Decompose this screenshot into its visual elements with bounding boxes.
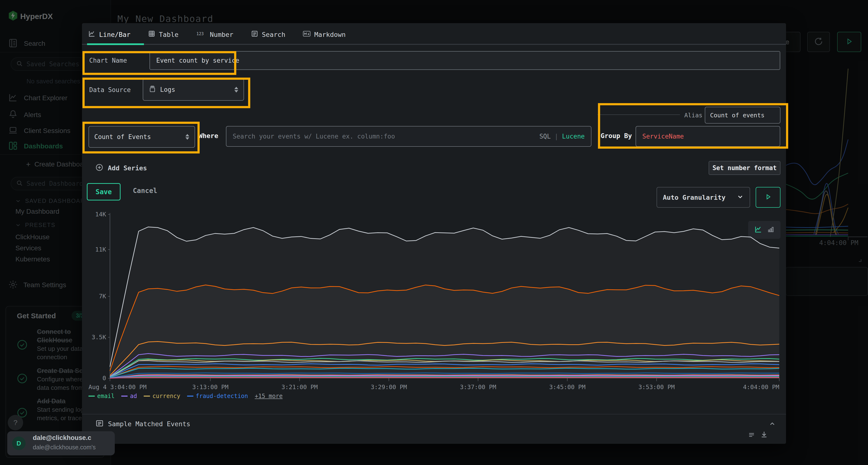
legend-dash [121, 396, 128, 397]
x-axis-tick-label: 3:45:00 PM [549, 384, 586, 391]
svg-text:123: 123 [196, 31, 204, 36]
granularity-select[interactable]: Auto Granularity [656, 187, 750, 208]
chart-name-input[interactable] [150, 51, 780, 70]
doc-list-icon [95, 419, 104, 428]
where-placeholder: Search your events w/ Lucene ex. column:… [233, 133, 395, 140]
save-button[interactable]: Save [87, 183, 121, 200]
y-axis-tick-label: 7K [92, 293, 106, 300]
table-icon [148, 30, 156, 39]
legend-more-link[interactable]: +15 more [255, 393, 283, 399]
annotation-data-source [83, 77, 250, 108]
where-input[interactable]: Search your events w/ Lucene ex. column:… [226, 126, 591, 147]
chart-legend: emailadcurrencyfraud-detection+15 more [89, 393, 283, 399]
add-series-button[interactable]: Add Series [95, 163, 147, 172]
legend-label: ad [130, 393, 137, 399]
number-123-icon: 123 [196, 30, 207, 39]
y-axis-tick-label: 3.5K [92, 334, 106, 341]
tabs-divider [82, 44, 786, 45]
annotation-aggregation [83, 122, 199, 154]
x-axis-tick-label: 3:53:00 PM [639, 384, 675, 391]
collapse-chevron-up-icon[interactable] [769, 420, 776, 428]
x-axis-tick-label: 3:37:00 PM [460, 384, 496, 391]
granularity-value: Auto Granularity [663, 194, 725, 201]
align-justify-icon[interactable] [748, 431, 755, 439]
legend-dash [89, 396, 95, 397]
y-axis-tick-label: 0 [92, 375, 106, 381]
plus-circle-icon [95, 163, 103, 172]
cancel-button[interactable]: Cancel [131, 187, 159, 195]
download-icon[interactable] [760, 430, 768, 439]
legend-label: email [97, 393, 115, 399]
tab-label: Search [262, 31, 285, 38]
legend-dash [187, 396, 193, 397]
x-axis-tick-label: 3:13:00 PM [192, 384, 228, 391]
doc-list-icon [251, 30, 258, 39]
tab-number[interactable]: 123Number [196, 30, 234, 39]
where-label: Where [199, 132, 218, 139]
tab-line-bar[interactable]: Line/Bar [88, 30, 130, 39]
sql-toggle[interactable]: SQL [539, 133, 551, 140]
legend-label: currency [152, 393, 180, 399]
tab-label: Table [159, 31, 179, 38]
avatar: D [12, 437, 26, 450]
line-chart-icon [88, 30, 96, 39]
sample-events-header[interactable]: Sample Matched Events [95, 419, 190, 428]
active-tab-underline [87, 43, 144, 45]
legend-item-currency[interactable]: currency [144, 393, 180, 399]
main-chart[interactable] [108, 211, 781, 383]
tab-label: Markdown [314, 31, 345, 38]
x-axis-tick-label: 4:04:00 PM [743, 384, 779, 391]
legend-item-fraud-detection[interactable]: fraud-detection [187, 393, 248, 399]
legend-label: fraud-detection [196, 393, 248, 399]
user-name: dale@clickhouse.c [33, 434, 91, 442]
annotation-group-by [598, 103, 788, 148]
legend-item-ad[interactable]: ad [121, 393, 137, 399]
lucene-toggle[interactable]: Lucene [562, 133, 585, 140]
y-axis-tick-label: 14K [92, 211, 106, 218]
tab-table[interactable]: Table [148, 30, 179, 39]
tab-markdown[interactable]: Markdown [303, 30, 345, 39]
play-icon [765, 193, 772, 201]
annotation-chart-name [83, 51, 236, 75]
x-axis-tick-label: Aug 4 3:04:00 PM [89, 384, 147, 391]
run-chart-button[interactable] [756, 187, 780, 208]
x-axis-tick-label: 3:29:00 PM [371, 384, 407, 391]
markdown-icon [303, 30, 311, 39]
tab-label: Line/Bar [99, 31, 130, 38]
legend-item-email[interactable]: email [89, 393, 115, 399]
chevron-down-icon [737, 193, 744, 201]
tab-search[interactable]: Search [251, 30, 285, 39]
user-subtitle: dale@clickhouse.com's [33, 444, 96, 451]
y-axis-tick-label: 11K [92, 246, 106, 253]
legend-dash [144, 396, 150, 397]
section-divider [82, 414, 786, 414]
x-axis-tick-label: 3:21:00 PM [281, 384, 318, 391]
set-number-format-button[interactable]: Set number format [709, 161, 780, 175]
tab-label: Number [210, 31, 234, 38]
